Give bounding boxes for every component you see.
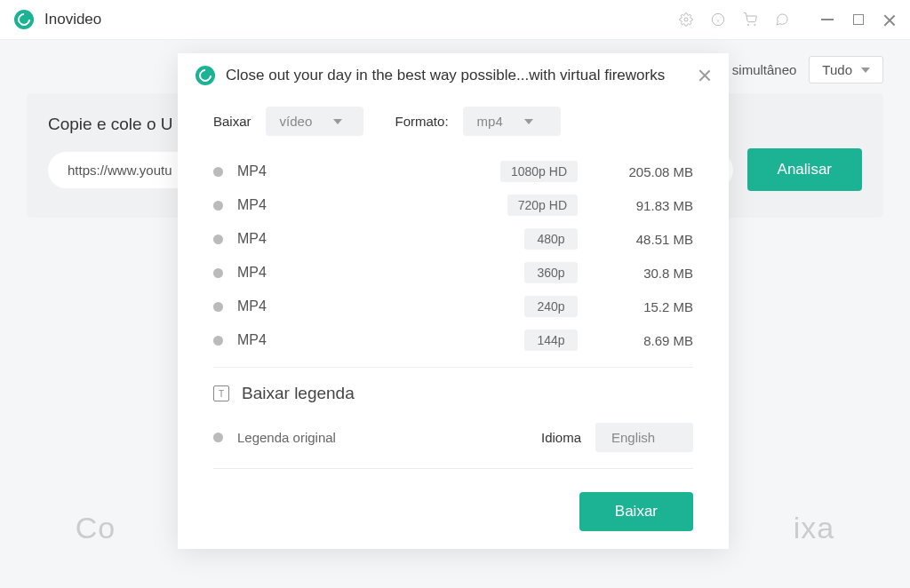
- modal-title: Close out your day in the best way possi…: [226, 67, 688, 84]
- radio-icon: [213, 201, 223, 211]
- format-resolution: 360p: [524, 262, 578, 283]
- format-name: MP4: [237, 298, 308, 314]
- analisar-button[interactable]: Analisar: [747, 148, 862, 191]
- svg-point-0: [684, 18, 688, 21]
- format-size: 8.69 MB: [613, 333, 693, 348]
- format-resolution: 144p: [524, 330, 578, 351]
- radio-icon: [213, 234, 223, 244]
- info-icon[interactable]: [711, 12, 725, 27]
- format-size: 205.08 MB: [613, 164, 693, 179]
- format-option[interactable]: MP4 720p HD 91.83 MB: [213, 195, 693, 216]
- chevron-down-icon: [333, 119, 342, 124]
- modal-logo-icon: [196, 66, 215, 85]
- tudo-dropdown[interactable]: Tudo: [809, 56, 883, 83]
- format-option[interactable]: MP4 480p 48.51 MB: [213, 228, 693, 250]
- formato-label: Formato:: [395, 114, 449, 129]
- radio-icon: [213, 302, 223, 312]
- idioma-select[interactable]: English: [595, 423, 693, 452]
- minimize-icon[interactable]: [821, 19, 834, 20]
- simultaneo-label: simultâneo: [732, 62, 797, 77]
- app-logo-icon: [14, 10, 34, 29]
- format-option[interactable]: MP4 1080p HD 205.08 MB: [213, 161, 693, 182]
- app-title: Inovideo: [44, 11, 101, 28]
- format-size: 15.2 MB: [613, 299, 693, 314]
- format-name: MP4: [237, 197, 308, 213]
- format-option[interactable]: MP4 240p 15.2 MB: [213, 296, 693, 317]
- titlebar-actions: [679, 12, 896, 27]
- format-name: MP4: [237, 163, 308, 179]
- cart-icon[interactable]: [743, 12, 757, 27]
- subtitle-icon: T: [213, 385, 229, 401]
- format-option[interactable]: MP4 144p 8.69 MB: [213, 330, 693, 351]
- tudo-label: Tudo: [822, 62, 852, 77]
- radio-icon: [213, 433, 223, 442]
- format-list: MP4 1080p HD 205.08 MB MP4 720p HD 91.83…: [213, 161, 693, 351]
- download-modal: Close out your day in the best way possi…: [178, 53, 729, 549]
- format-resolution: 480p: [524, 228, 578, 250]
- modal-controls: Baixar vídeo Formato: mp4: [213, 107, 693, 136]
- format-size: 48.51 MB: [613, 232, 693, 247]
- maximize-icon[interactable]: [853, 14, 864, 25]
- formato-value: mp4: [477, 114, 503, 129]
- subtitle-name: Legenda original: [237, 430, 336, 445]
- svg-point-5: [754, 24, 755, 25]
- settings-icon[interactable]: [679, 12, 693, 27]
- format-resolution: 1080p HD: [500, 161, 578, 182]
- radio-icon: [213, 336, 223, 346]
- format-size: 91.83 MB: [613, 198, 693, 213]
- baixar-select[interactable]: vídeo: [266, 107, 363, 136]
- radio-icon: [213, 167, 223, 177]
- divider: [213, 367, 693, 368]
- chevron-down-icon: [524, 119, 533, 124]
- titlebar: Inovideo: [0, 0, 910, 40]
- subtitle-option[interactable]: Legenda original Idioma English: [213, 423, 693, 452]
- formato-select[interactable]: mp4: [463, 107, 561, 136]
- chevron-down-icon: [861, 68, 870, 73]
- top-right-controls: simultâneo Tudo: [732, 56, 883, 83]
- radio-icon: [213, 268, 223, 278]
- modal-footer: Baixar: [213, 485, 693, 531]
- baixar-value: vídeo: [280, 114, 313, 129]
- chat-icon[interactable]: [775, 12, 789, 27]
- close-icon[interactable]: [883, 13, 896, 26]
- format-resolution: 720p HD: [507, 195, 578, 216]
- format-size: 30.8 MB: [613, 266, 693, 281]
- window-controls: [821, 13, 896, 26]
- baixar-label: Baixar: [213, 114, 251, 129]
- divider: [213, 468, 693, 469]
- format-name: MP4: [237, 231, 308, 247]
- idioma-label: Idioma: [541, 430, 581, 445]
- format-name: MP4: [237, 332, 308, 348]
- svg-point-4: [747, 24, 748, 25]
- format-name: MP4: [237, 265, 308, 281]
- subtitle-title: Baixar legenda: [242, 384, 355, 403]
- modal-header: Close out your day in the best way possi…: [178, 53, 729, 98]
- format-option[interactable]: MP4 360p 30.8 MB: [213, 262, 693, 283]
- format-resolution: 240p: [524, 296, 578, 317]
- baixar-button[interactable]: Baixar: [579, 492, 693, 531]
- subtitle-section: T Baixar legenda Legenda original Idioma…: [213, 384, 693, 452]
- modal-close-icon[interactable]: [698, 69, 711, 82]
